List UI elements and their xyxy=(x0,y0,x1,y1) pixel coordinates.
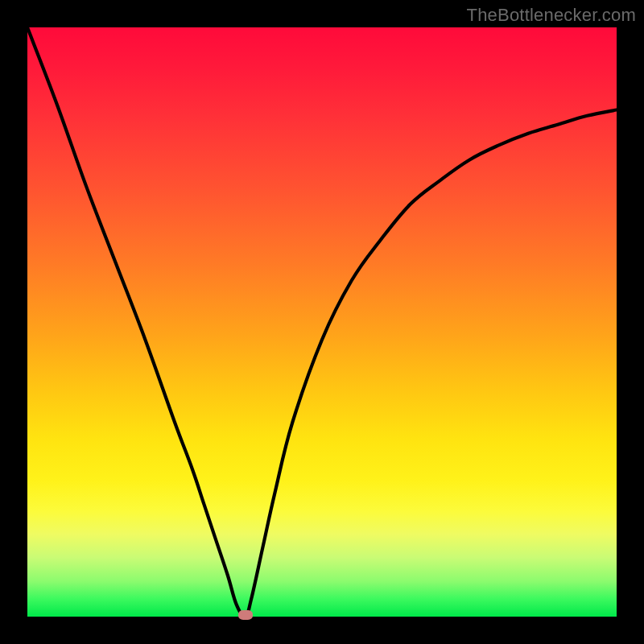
watermark-text: TheBottlenecker.com xyxy=(467,5,636,26)
chart-frame: TheBottlenecker.com xyxy=(0,0,644,644)
optimal-point-marker xyxy=(238,610,253,620)
plot-area xyxy=(27,27,617,617)
bottleneck-curve xyxy=(27,27,617,617)
